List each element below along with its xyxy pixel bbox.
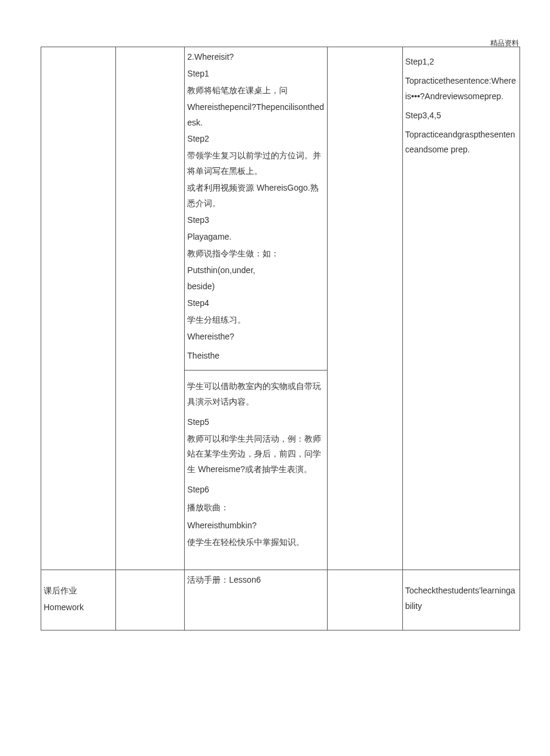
text-line: 课后作业: [44, 583, 113, 599]
cell-r1c1: [41, 47, 116, 570]
text-line: 2.Whereisit?: [187, 50, 324, 65]
text-line: Step1,2: [405, 54, 517, 70]
cell-r2c1: 课后作业 Homework: [41, 570, 116, 630]
text-line: Step5: [187, 415, 324, 430]
text-line: Topracticethesentence:Whereis•••?Andrevi…: [405, 74, 517, 105]
table-row: 2.Whereisit? Step1 教师将铅笔放在课桌上，问 Whereist…: [41, 47, 520, 570]
cell-r1c3: 2.Whereisit? Step1 教师将铅笔放在课桌上，问 Whereist…: [185, 47, 327, 570]
cell-r1c2: [116, 47, 185, 570]
text-line: 使学生在轻松快乐中掌握知识。: [187, 535, 324, 550]
text-line: Playagame.: [187, 229, 324, 245]
text-line: Step3: [187, 213, 324, 228]
text-line: Whereisthe?: [187, 329, 324, 345]
text-line: 或者利用视频资源 WhereisGogo.熟悉介词。: [187, 180, 324, 212]
spacer: [44, 573, 113, 583]
text-line: 活动手册：Lesson6: [187, 573, 324, 588]
spacer: [405, 573, 517, 583]
text-line: Step4: [187, 296, 324, 311]
text-line: 播放歌曲：: [187, 500, 324, 516]
spacer: [44, 617, 113, 628]
lesson-plan-table: 2.Whereisit? Step1 教师将铅笔放在课桌上，问 Whereist…: [41, 47, 520, 630]
spacer: [187, 552, 324, 567]
text-line: Putsthin(on,under,: [187, 263, 324, 278]
cell-r2c5: Tocheckthestudents'learningability: [402, 570, 520, 630]
cell-r2c4: [327, 570, 402, 630]
text-line: Step3,4,5: [405, 108, 517, 124]
text-line: Theisthe: [187, 348, 324, 364]
text-line: Topracticeandgraspthesentenceandsome pre…: [405, 127, 517, 158]
text-line: beside): [187, 279, 324, 295]
text-line: Step1: [187, 66, 324, 82]
header-label: 精品资料: [490, 37, 519, 50]
text-line: Homework: [44, 600, 113, 616]
cell-r2c3: 活动手册：Lesson6: [185, 570, 327, 630]
text-line: Whereisthepencil?Thepencilisonthedesk.: [187, 100, 324, 131]
text-line: 教师说指令学生做：如：: [187, 246, 324, 262]
text-line: Tocheckthestudents'learningability: [405, 583, 517, 614]
spacer: [405, 50, 517, 54]
cell-r1c5: Step1,2 Topracticethesentence:Whereis•••…: [402, 47, 520, 570]
document-page: 精品资料 2.Whereisit? Step1 教师将铅笔放在课桌上，问 Whe…: [0, 0, 550, 756]
text-line: 教师可以和学生共同活动，例：教师站在某学生旁边，身后，前四，问学生 Wherei…: [187, 431, 324, 478]
text-line: Step2: [187, 131, 324, 147]
table-row: 课后作业 Homework 活动手册：Lesson6 Tocheckthestu…: [41, 570, 520, 630]
text-line: 带领学生复习以前学过的方位词。并将单词写在黑板上。: [187, 148, 324, 179]
cell-r2c2: [116, 570, 185, 630]
cell-r1c4: [327, 47, 402, 570]
inner-row-divider: [185, 370, 326, 371]
text-line: 教师将铅笔放在课桌上，问: [187, 83, 324, 99]
text-line: Whereisthumbkin?: [187, 518, 324, 534]
text-line: 学生分组练习。: [187, 313, 324, 328]
text-line: Step6: [187, 482, 324, 498]
text-line: 学生可以借助教室内的实物或自带玩具演示对话内容。: [187, 379, 324, 410]
